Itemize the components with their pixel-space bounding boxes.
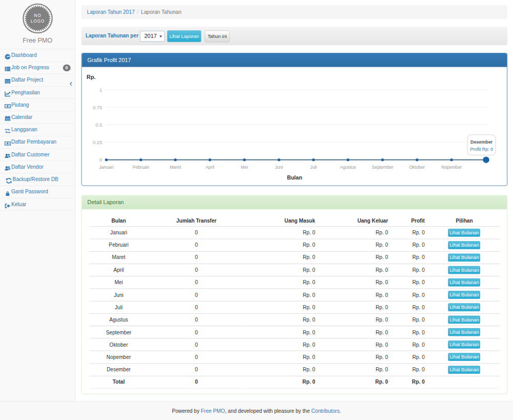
svg-text:Oktober: Oktober <box>409 165 425 170</box>
svg-text:Agustus: Agustus <box>340 165 356 170</box>
svg-text:Maret: Maret <box>170 165 182 170</box>
svg-text:Mei: Mei <box>241 165 248 170</box>
svg-text:LOGO: LOGO <box>31 19 45 24</box>
svg-text:Desember: Desember <box>470 139 493 145</box>
svg-text:Januari: Januari <box>99 165 113 170</box>
svg-text:Nopember: Nopember <box>441 165 462 170</box>
svg-text:Rp.: Rp. <box>87 74 96 80</box>
svg-text:Juli: Juli <box>310 165 317 170</box>
svg-text:Profit Rp: 0: Profit Rp: 0 <box>470 147 493 152</box>
svg-text:0: 0 <box>100 157 102 163</box>
svg-text:September: September <box>372 165 393 170</box>
svg-text:0.5: 0.5 <box>95 123 102 128</box>
svg-text:NO: NO <box>34 13 41 18</box>
svg-text:Bulan: Bulan <box>287 174 302 181</box>
svg-text:Juni: Juni <box>275 165 283 170</box>
svg-text:0.25: 0.25 <box>93 140 102 145</box>
svg-text:April: April <box>206 165 214 170</box>
svg-text:1: 1 <box>100 88 102 93</box>
svg-text:Pebruari: Pebruari <box>132 165 149 170</box>
svg-text:0.75: 0.75 <box>93 105 102 110</box>
